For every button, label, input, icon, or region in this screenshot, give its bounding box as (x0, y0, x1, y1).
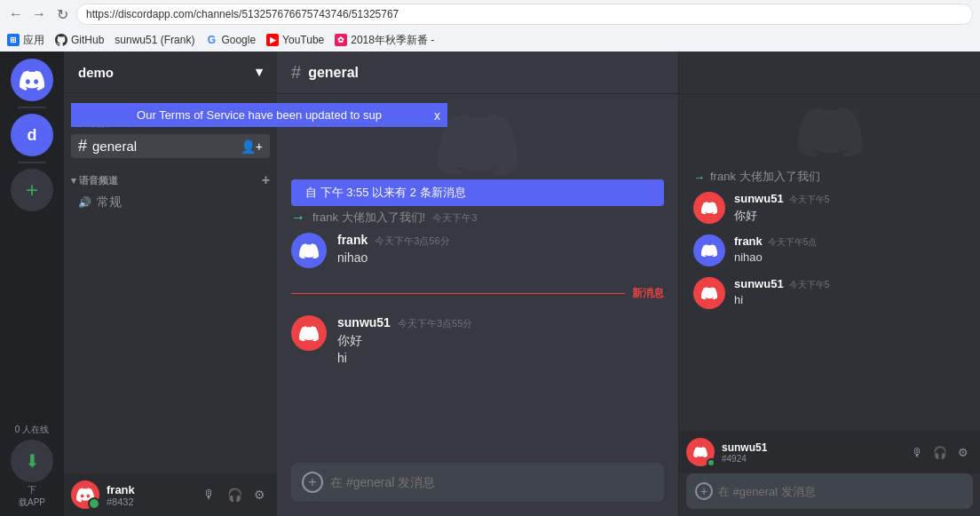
forward-button[interactable]: → (30, 5, 48, 23)
right-sunwu51-time-1: 今天下午5 (789, 194, 830, 206)
user-info: frank #8432 (107, 483, 192, 507)
bookmark-google[interactable]: G Google (205, 34, 256, 46)
attach-file-button[interactable]: + (302, 472, 323, 493)
bookmark-youtube[interactable]: ▶ YouTube (266, 34, 324, 46)
apps-icon: ⊞ (7, 34, 20, 46)
server-divider-2 (18, 162, 46, 163)
channel-general[interactable]: # general 👤+ (71, 134, 270, 158)
right-message-frank: frank 今天下午5点 nihao (679, 231, 980, 270)
right-system-join: → frank 大佬加入了我们 (679, 165, 980, 188)
hash-icon: # (78, 137, 87, 155)
bookmark-2018-icon: ✿ (335, 34, 347, 46)
right-wumpus-bg (679, 105, 980, 158)
address-bar[interactable]: https://discordapp.com/channels/51325767… (76, 4, 973, 25)
frank-avatar (291, 233, 327, 268)
bookmark-apps-label: 应用 (23, 33, 44, 48)
chat-input-area: + (277, 456, 678, 516)
chat-header: # general (277, 52, 678, 94)
right-settings-button[interactable]: ⚙ (953, 442, 973, 462)
add-server-button[interactable]: + (11, 169, 53, 211)
right-sunwu51-time-2: 今天下午5 (789, 279, 830, 291)
system-join-time: 今天下午3 (432, 211, 477, 225)
right-user-controls: 🎙 🎧 ⚙ (907, 442, 973, 462)
right-message-input[interactable] (718, 485, 964, 498)
server-demo-icon[interactable]: d (11, 114, 53, 156)
right-mute-button[interactable]: 🎙 (907, 442, 927, 462)
right-message-sunwu51-2: sunwu51 今天下午5 hi (679, 274, 980, 313)
system-join-message: → frank 大佬加入了我们! 今天下午3 (277, 206, 678, 229)
voice-channel-name: 常规 (97, 194, 122, 210)
download-app-button[interactable]: ⬇ (11, 440, 53, 482)
right-sunwu51-header-1: sunwu51 今天下午5 (734, 192, 966, 206)
user-settings-button[interactable]: ⚙ (249, 484, 270, 505)
divider-line-left (291, 293, 625, 294)
browser-chrome: ← → ↻ https://discordapp.com/channels/51… (0, 0, 980, 52)
youtube-icon: ▶ (266, 34, 279, 46)
right-user-tag: #4924 (722, 454, 900, 464)
deafen-button[interactable]: 🎧 (224, 484, 245, 505)
right-chat-input-box: + (686, 473, 973, 509)
toast-close-button[interactable]: x (434, 108, 440, 123)
right-attach-button[interactable]: + (695, 482, 713, 500)
right-message-sunwu51-1: sunwu51 今天下午5 你好 (679, 188, 980, 227)
user-controls: 🎙 🎧 ⚙ (199, 484, 270, 505)
bookmark-google-label: Google (221, 34, 256, 46)
sunwu51-message-content: sunwu51 今天下午3点55分 你好 hi (337, 315, 664, 367)
notification-bar[interactable]: 自 下午 3:55 以来有 2 条新消息 (291, 179, 664, 206)
server-divider (18, 107, 46, 108)
right-join-arrow-icon: → (693, 171, 705, 184)
download-label: 下载APP (19, 484, 45, 509)
bookmark-sunwu[interactable]: sunwu51 (Frank) (115, 34, 194, 46)
back-button[interactable]: ← (7, 5, 25, 23)
voice-category-label: ▾ 语音频道 (71, 174, 118, 187)
divider-label: 新消息 (632, 286, 664, 301)
refresh-button[interactable]: ↻ (53, 5, 71, 23)
bookmark-github-label: GitHub (71, 34, 104, 46)
github-icon (55, 34, 67, 46)
user-tag: #8432 (107, 496, 192, 507)
bookmark-apps[interactable]: ⊞ 应用 (7, 33, 44, 48)
voice-category[interactable]: ▾ 语音频道 + (64, 158, 277, 192)
new-message-divider: 新消息 (277, 279, 678, 308)
message-sunwu51: sunwu51 今天下午3点55分 你好 hi (277, 312, 678, 370)
toast-notification[interactable]: Our Terms of Service have been updated t… (71, 103, 447, 127)
right-sunwu51-text-1: 你好 (734, 208, 966, 224)
right-frank-avatar (693, 234, 725, 266)
right-user-info: sunwu51 #4924 (722, 441, 900, 464)
toast-text: Our Terms of Service have been updated t… (137, 108, 382, 122)
bookmark-sunwu-label: sunwu51 (Frank) (115, 34, 194, 46)
discord-home-button[interactable] (11, 59, 53, 101)
frank-message-header: frank 今天下午3点56分 (337, 233, 664, 248)
discord-app: Our Terms of Service have been updated t… (0, 52, 980, 516)
bookmark-2018[interactable]: ✿ 2018年秋季新番 - (335, 33, 434, 48)
bookmark-github[interactable]: GitHub (55, 34, 104, 46)
username: frank (107, 483, 192, 496)
voice-category-actions: + (262, 172, 270, 188)
sunwu51-avatar (291, 315, 327, 351)
right-sunwu51-name-1: sunwu51 (734, 192, 784, 205)
voice-channel-general[interactable]: 🔊 常规 (71, 192, 270, 213)
sunwu51-message-text-2: hi (337, 350, 664, 368)
message-input[interactable] (330, 475, 653, 489)
server-name-header[interactable]: demo ▾ (64, 52, 277, 93)
right-sunwu51-content-2: sunwu51 今天下午5 hi (734, 277, 966, 309)
frank-message-content: frank 今天下午3点56分 nihao (337, 233, 664, 268)
chat-input-box: + (291, 463, 664, 502)
add-user-icon[interactable]: 👤+ (241, 139, 263, 154)
chat-channel-name: general (308, 65, 359, 81)
google-icon: G (205, 34, 217, 46)
browser-nav: ← → ↻ https://discordapp.com/channels/51… (0, 0, 980, 28)
join-arrow-icon: → (291, 210, 305, 226)
sunwu51-username: sunwu51 (337, 315, 391, 329)
right-deafen-button[interactable]: 🎧 (930, 442, 950, 462)
mute-button[interactable]: 🎙 (199, 484, 220, 505)
channel-list: ▾ 文字频道 + # general 👤+ ▾ 语音频道 (64, 93, 277, 473)
frank-username: frank (337, 233, 368, 247)
right-frank-name: frank (734, 234, 763, 248)
right-user-panel: sunwu51 #4924 🎙 🎧 ⚙ (679, 431, 980, 473)
bookmark-youtube-label: YouTube (282, 34, 324, 46)
add-voice-channel-button[interactable]: + (262, 172, 270, 188)
right-system-join-text: frank 大佬加入了我们 (710, 169, 820, 185)
user-panel: frank #8432 🎙 🎧 ⚙ (64, 473, 277, 516)
online-dot (707, 458, 715, 467)
